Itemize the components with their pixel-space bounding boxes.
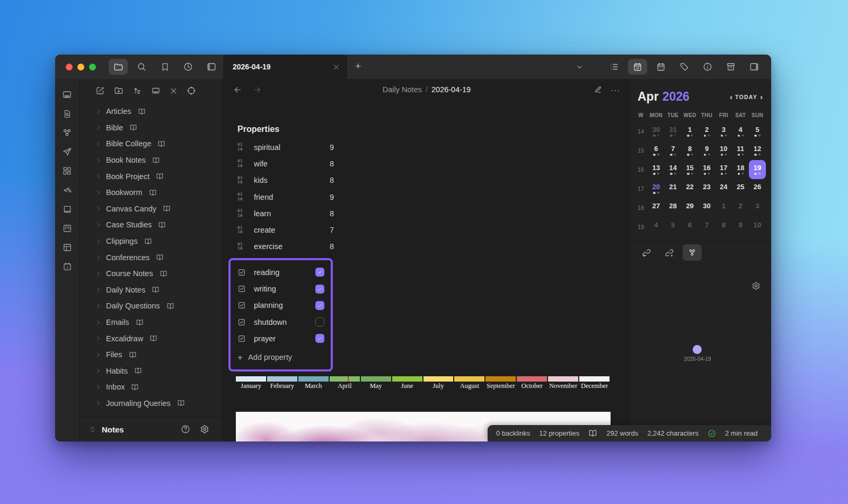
calendar-day[interactable]: 13 bbox=[648, 160, 665, 179]
backlinks-count[interactable]: 0 backlinks bbox=[496, 429, 530, 437]
outline-button[interactable] bbox=[605, 59, 624, 75]
property-checkbox[interactable] bbox=[315, 317, 324, 326]
property-value[interactable]: 8 bbox=[330, 176, 343, 184]
files-button[interactable] bbox=[109, 59, 128, 75]
local-graph-button[interactable] bbox=[683, 244, 702, 261]
book-open-icon[interactable] bbox=[588, 429, 597, 438]
folder-item[interactable]: Case Studies bbox=[80, 217, 222, 233]
forward-arrow-icon[interactable] bbox=[253, 85, 262, 94]
calendar-day[interactable]: 17 bbox=[715, 160, 732, 179]
toggle-left-sidebar-button[interactable] bbox=[202, 59, 221, 75]
checkbox-property-row[interactable]: shutdown bbox=[237, 314, 324, 330]
settings-gear-icon[interactable] bbox=[200, 425, 209, 434]
zoom-window-button[interactable] bbox=[89, 64, 96, 70]
number-property-row[interactable]: 0110 friend 9 bbox=[237, 189, 343, 205]
folder-item[interactable]: Files bbox=[80, 347, 222, 363]
property-checkbox[interactable] bbox=[315, 301, 324, 310]
calendar-day[interactable]: 6 bbox=[682, 217, 699, 236]
number-property-row[interactable]: 0110 spiritual 9 bbox=[237, 139, 343, 155]
property-value[interactable]: 8 bbox=[330, 160, 343, 168]
properties-count[interactable]: 12 properties bbox=[539, 429, 579, 437]
folder-item[interactable]: Articles bbox=[80, 103, 222, 120]
checkbox-property-row[interactable]: reading bbox=[237, 264, 324, 280]
checkbox-property-row[interactable]: planning bbox=[237, 297, 324, 314]
property-value[interactable]: 9 bbox=[330, 143, 343, 152]
close-icon[interactable] bbox=[170, 87, 178, 95]
tab-list-chevron-icon[interactable] bbox=[576, 63, 584, 71]
calendar-view-button[interactable] bbox=[628, 59, 647, 75]
number-property-row[interactable]: 0110 learn 8 bbox=[237, 205, 343, 222]
incoming-links-button[interactable] bbox=[637, 244, 656, 261]
folder-item[interactable]: Book Project bbox=[80, 168, 222, 184]
word-count[interactable]: 292 words bbox=[606, 429, 638, 437]
calendar-day[interactable]: 28 bbox=[665, 198, 682, 217]
calendar-day[interactable]: 7 bbox=[699, 217, 716, 236]
calendar-day[interactable]: 26 bbox=[749, 179, 766, 198]
calendar-day[interactable]: 5 bbox=[665, 217, 682, 236]
book-icon[interactable] bbox=[63, 204, 72, 214]
breadcrumb-folder[interactable]: Daily Notes bbox=[383, 85, 422, 94]
calendar-day[interactable]: 27 bbox=[648, 198, 665, 217]
property-value[interactable]: 8 bbox=[330, 242, 343, 251]
calendar-day[interactable]: 30 bbox=[648, 122, 665, 141]
property-value[interactable]: 7 bbox=[330, 226, 343, 234]
calendar-day[interactable]: 6 bbox=[648, 141, 665, 160]
calendar-day[interactable]: 24 bbox=[715, 179, 732, 198]
calendar-day[interactable]: 22 bbox=[682, 179, 699, 198]
folder-item[interactable]: Daily Questions bbox=[80, 298, 222, 314]
calendar-day[interactable]: 19 bbox=[749, 160, 766, 179]
back-arrow-icon[interactable] bbox=[233, 85, 242, 94]
folder-item[interactable]: Bible bbox=[80, 120, 222, 136]
calendar-day[interactable]: 29 bbox=[682, 198, 699, 217]
calendar-day[interactable]: 2 bbox=[732, 198, 749, 217]
calendar-day[interactable]: 10 bbox=[749, 217, 766, 236]
folder-item[interactable]: Canvas Candy bbox=[80, 201, 222, 217]
calendar-day[interactable]: 16 bbox=[699, 160, 716, 179]
add-property-button[interactable]: + Add property bbox=[237, 349, 324, 366]
property-checkbox[interactable] bbox=[315, 334, 324, 343]
next-month-icon[interactable]: › bbox=[760, 93, 763, 101]
property-value[interactable]: 9 bbox=[330, 193, 343, 201]
sync-check-icon[interactable] bbox=[708, 429, 716, 438]
calendar-day[interactable]: 15 bbox=[682, 160, 699, 179]
property-checkbox[interactable] bbox=[315, 268, 324, 277]
calendar-day[interactable]: 21 bbox=[665, 179, 682, 198]
close-window-button[interactable] bbox=[66, 64, 73, 70]
vault-switcher-icon[interactable] bbox=[89, 426, 96, 434]
folder-item[interactable]: Book Notes bbox=[80, 152, 222, 169]
folder-item[interactable]: Habits bbox=[80, 363, 222, 379]
calendar-day[interactable]: 4 bbox=[648, 217, 665, 236]
kanban-icon[interactable] bbox=[63, 223, 72, 233]
calendar-day[interactable]: 3 bbox=[715, 122, 732, 141]
calendar-day[interactable]: 8 bbox=[715, 217, 732, 236]
search-button[interactable] bbox=[132, 59, 151, 75]
folder-item[interactable]: Course Notes bbox=[80, 266, 222, 282]
folder-item[interactable]: Excalidraw bbox=[80, 330, 222, 347]
recent-files-button[interactable] bbox=[179, 59, 198, 75]
natural-language-dates-button[interactable] bbox=[651, 59, 670, 75]
minimize-window-button[interactable] bbox=[77, 64, 84, 70]
character-count[interactable]: 2,242 characters bbox=[647, 429, 699, 437]
calendar-day[interactable]: 12 bbox=[749, 141, 766, 160]
graph-node[interactable] bbox=[693, 345, 702, 354]
calendar-day[interactable]: 8 bbox=[682, 141, 699, 160]
calendar-day[interactable]: 31 bbox=[665, 122, 682, 141]
properties-heading[interactable]: Properties bbox=[237, 125, 631, 134]
edit-pencil-icon[interactable] bbox=[594, 85, 602, 94]
property-checkbox[interactable] bbox=[315, 285, 324, 294]
calendar-day[interactable]: 7 bbox=[665, 141, 682, 160]
templater-icon[interactable]: <% bbox=[64, 185, 71, 195]
calendar-day[interactable]: 18 bbox=[732, 160, 749, 179]
collapse-all-icon[interactable] bbox=[151, 86, 161, 95]
calendar-day[interactable]: 3 bbox=[749, 198, 766, 217]
calendar-day[interactable]: 20 bbox=[648, 179, 665, 198]
graph-icon[interactable] bbox=[62, 128, 72, 138]
folder-item[interactable]: Conferences bbox=[80, 249, 222, 266]
folder-item[interactable]: Bible College bbox=[80, 136, 222, 152]
new-note-icon[interactable] bbox=[95, 86, 105, 95]
folder-item[interactable]: Inbox bbox=[80, 379, 222, 395]
number-property-row[interactable]: 0110 kids 8 bbox=[237, 172, 343, 189]
folder-item[interactable]: Bookworm bbox=[80, 184, 222, 201]
folder-item[interactable]: Clippings bbox=[80, 233, 222, 250]
prev-month-icon[interactable]: ‹ bbox=[730, 93, 732, 101]
